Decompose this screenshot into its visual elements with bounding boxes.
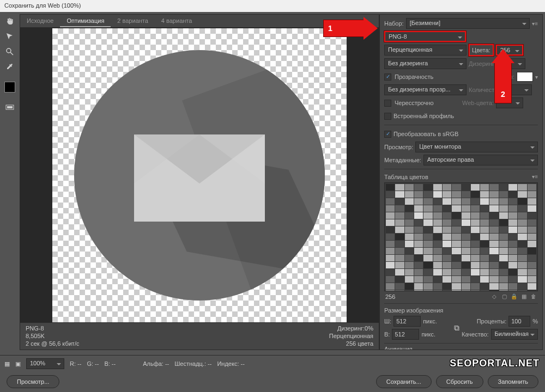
percent-unit: % xyxy=(532,318,538,324)
settings-panel: Набор: [Безимени] ▾≡ PNG-8 Перцепционная… xyxy=(379,14,543,350)
matte-color[interactable] xyxy=(517,72,533,82)
reduction-select[interactable]: Перцепционная xyxy=(384,45,467,56)
watermark: SEOPORTAL.NET xyxy=(450,358,540,369)
svg-rect-2 xyxy=(7,106,13,108)
svg-point-0 xyxy=(7,48,11,53)
width-input[interactable] xyxy=(393,316,421,327)
left-toolbar xyxy=(0,12,20,352)
done-button[interactable]: Запомнить xyxy=(488,375,538,388)
status-filesize: 8,505K xyxy=(26,333,79,339)
annotation-arrow-2: 2 xyxy=(494,63,512,103)
preview-label: Просмотр: xyxy=(384,144,413,150)
tab-2up[interactable]: 2 варианта xyxy=(111,15,155,27)
metadata-label: Метаданные: xyxy=(384,157,421,163)
save-button[interactable]: Сохранить... xyxy=(376,375,432,388)
status-bar: PNG-8 8,505K 2 сек @ 56,6 кбит/с Дизерин… xyxy=(20,322,379,350)
trans-dither-select[interactable]: Без дизеринга прозр... xyxy=(384,84,467,95)
status-algo: Перцепционная xyxy=(329,333,373,339)
readout-r: R: -- xyxy=(70,360,81,367)
embed-profile-label: Встроенный профиль xyxy=(393,113,454,119)
websnap-label: Web-цвета: xyxy=(462,100,494,106)
ct-new-icon[interactable]: ▦ xyxy=(520,293,527,300)
status-loadtime: 2 сек @ 56,6 кбит/с xyxy=(26,340,79,347)
readout-b: B: -- xyxy=(104,360,116,367)
ct-trash-icon[interactable]: 🗑 xyxy=(530,293,537,300)
preset-label: Набор: xyxy=(384,20,404,27)
height-unit: пикс. xyxy=(421,331,435,338)
ct-diamond-icon[interactable]: ◇ xyxy=(491,293,498,300)
slice-icon[interactable] xyxy=(5,32,15,41)
metadata-select[interactable]: Авторские права xyxy=(423,155,538,166)
foreground-swatch[interactable] xyxy=(4,82,15,93)
quality-select[interactable]: Билинейная xyxy=(491,329,538,340)
percent-label: Проценты: xyxy=(477,318,507,324)
cancel-button[interactable]: Сбросить xyxy=(436,375,483,388)
toggle-slices-icon[interactable] xyxy=(5,102,15,112)
colortable-label: Таблица цветов xyxy=(384,174,428,180)
colortable-count: 256 xyxy=(385,293,395,300)
imagesize-label: Размер изображения xyxy=(384,307,443,314)
readout-index: Индекс: -- xyxy=(217,360,244,367)
status-dither: Дизеринг:0% xyxy=(337,325,373,332)
readout-g: G: -- xyxy=(87,360,99,367)
height-label: В: xyxy=(384,331,390,338)
height-input[interactable] xyxy=(392,329,419,340)
window-title: Сохранить для Web (100%) xyxy=(0,0,545,12)
zoom-icon[interactable] xyxy=(5,47,15,57)
canvas-area[interactable] xyxy=(20,28,379,322)
ct-square-icon[interactable]: ▢ xyxy=(501,293,507,300)
color-table[interactable] xyxy=(384,182,538,291)
tab-4up[interactable]: 4 варианта xyxy=(155,15,199,27)
tab-optimized[interactable]: Оптимизация xyxy=(60,15,111,27)
format-select[interactable]: PNG-8 xyxy=(384,31,466,42)
zoom-select[interactable]: 100% xyxy=(26,358,64,369)
colortable-actions: ◇ ▢ 🔒 ▦ 🗑 xyxy=(491,293,537,300)
srgb-checkbox[interactable] xyxy=(384,131,391,138)
interlace-label: Чересстрочно xyxy=(395,100,434,106)
srgb-label: Преобразовать в sRGB xyxy=(393,131,458,137)
width-unit: пикс. xyxy=(423,318,437,324)
colors-label: Цвета: xyxy=(469,44,494,56)
width-label: Ш: xyxy=(384,318,391,324)
interlace-checkbox[interactable] xyxy=(384,100,391,107)
hand-icon[interactable] xyxy=(5,16,15,26)
status-colors: 256 цвета xyxy=(346,340,373,347)
transparency-checkbox[interactable] xyxy=(384,74,391,81)
dither-select[interactable]: Без дизеринга xyxy=(384,58,467,69)
annotation-arrow-1: 1 xyxy=(323,20,364,37)
percent-input[interactable] xyxy=(508,316,530,327)
readout-hex: Шестнадц.: -- xyxy=(174,360,211,367)
eyedropper-icon[interactable] xyxy=(5,62,15,72)
transparency-label: Прозрачность xyxy=(395,74,433,80)
animation-label: Анимация xyxy=(384,346,413,350)
doc-icon[interactable]: ▦ xyxy=(4,360,10,367)
status-format: PNG-8 xyxy=(26,325,79,332)
preview-button[interactable]: Просмотр... xyxy=(7,375,59,388)
preset-select[interactable]: [Безимени] xyxy=(406,18,530,29)
matte-dropdown-icon[interactable]: ▾ xyxy=(535,74,538,80)
readout-alpha: Альфа: -- xyxy=(143,360,169,367)
doc2-icon[interactable]: ▣ xyxy=(15,360,21,367)
quality-label: Качество: xyxy=(462,331,489,338)
link-icon[interactable]: ⧉ xyxy=(454,323,459,333)
embed-profile-checkbox[interactable] xyxy=(384,113,391,120)
preview-select[interactable]: Цвет монитора xyxy=(415,142,538,152)
colortable-menu-icon[interactable]: ▾≡ xyxy=(532,174,538,180)
panel-menu-icon[interactable]: ▾≡ xyxy=(532,21,538,27)
tab-original[interactable]: Исходное xyxy=(20,15,60,27)
ct-lock-icon[interactable]: 🔒 xyxy=(511,293,517,300)
